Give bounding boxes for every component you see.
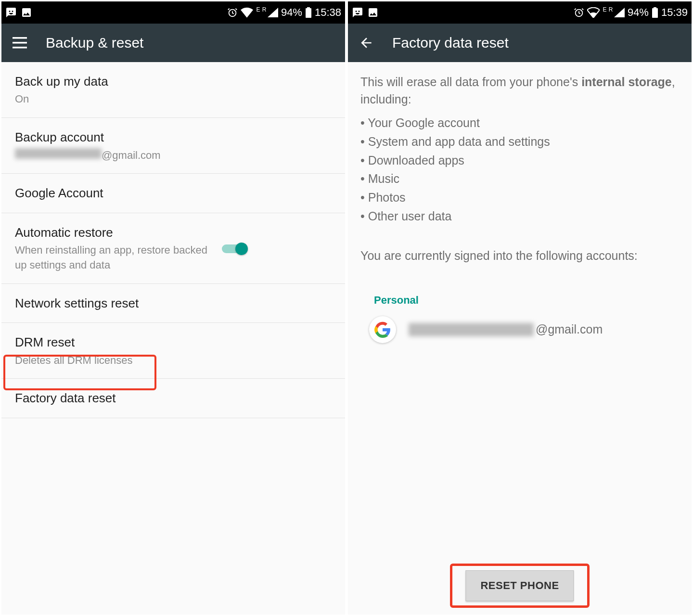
app-bar: Backup & reset [1, 24, 345, 62]
redacted-email-prefix: xxxxxxxxxxxx [409, 323, 534, 336]
phone-backup-reset: E R 94% 15:38 Backup & reset Back up my … [1, 1, 345, 615]
account-section-label: Personal [348, 264, 692, 307]
network-type-label: E R [603, 7, 613, 13]
page-title: Backup & reset [46, 35, 143, 51]
hamburger-menu-icon[interactable] [11, 34, 28, 51]
svg-rect-7 [652, 8, 658, 18]
clock: 15:39 [661, 6, 688, 19]
annotation-highlight [3, 355, 156, 390]
alarm-icon [574, 7, 584, 18]
status-bar: E R 94% 15:39 [348, 1, 692, 24]
signal-icon [268, 8, 278, 17]
item-sub: xxxxxxxx@gmail.com [15, 148, 332, 163]
status-bar: E R 94% 15:38 [1, 1, 345, 24]
svg-rect-1 [306, 8, 311, 18]
google-logo-icon [369, 316, 396, 343]
redacted-email-prefix: xxxxxxxx [15, 148, 102, 159]
erase-list: • Your Google account • System and app d… [348, 112, 692, 226]
svg-rect-4 [13, 42, 27, 44]
network-type-label: E R [256, 7, 267, 13]
item-title: Backup account [15, 128, 332, 146]
signal-icon [614, 8, 625, 17]
item-title: Automatic restore [15, 224, 222, 241]
phone-factory-reset: E R 94% 15:39 Factory data reset This wi… [348, 1, 692, 615]
app-bar: Factory data reset [348, 24, 692, 62]
intro-text: This will erase all data from your phone… [348, 62, 692, 112]
reset-phone-button[interactable]: RESET PHONE [465, 570, 574, 601]
account-row[interactable]: xxxxxxxxxxxx@gmail.com [348, 307, 692, 343]
account-email: xxxxxxxxxxxx@gmail.com [409, 322, 603, 336]
svg-rect-5 [13, 47, 27, 49]
item-title: Google Account [15, 184, 332, 202]
svg-rect-3 [13, 37, 27, 39]
item-google-account[interactable]: Google Account [1, 174, 345, 213]
item-title: DRM reset [15, 334, 332, 351]
battery-indicator: 94% [628, 6, 658, 19]
alarm-icon [227, 7, 238, 18]
wifi-icon [241, 7, 253, 18]
battery-percent: 94% [281, 6, 302, 19]
wifi-icon [587, 7, 600, 18]
clock: 15:38 [315, 6, 341, 19]
page-title: Factory data reset [392, 35, 509, 51]
chat-notification-icon [5, 7, 17, 18]
photo-notification-icon [21, 7, 32, 18]
item-sub: On [15, 92, 332, 107]
automatic-restore-switch[interactable] [222, 242, 248, 255]
item-backup-account[interactable]: Backup account xxxxxxxx@gmail.com [1, 118, 345, 174]
photo-notification-icon [367, 7, 379, 18]
item-title: Network settings reset [15, 295, 332, 312]
svg-rect-2 [307, 7, 310, 9]
item-title: Factory data reset [15, 389, 332, 407]
item-sub: When reinstalling an app, restore backed… [15, 243, 222, 273]
back-arrow-icon[interactable] [358, 34, 375, 51]
item-network-settings-reset[interactable]: Network settings reset [1, 284, 345, 323]
battery-indicator: 94% [281, 6, 312, 19]
settings-list: Back up my data On Backup account xxxxxx… [1, 62, 345, 615]
item-automatic-restore[interactable]: Automatic restore When reinstalling an a… [1, 213, 345, 284]
signed-in-label: You are currently signed into the follow… [348, 226, 692, 264]
chat-notification-icon [352, 7, 363, 18]
item-back-up-my-data[interactable]: Back up my data On [1, 62, 345, 118]
factory-reset-content: This will erase all data from your phone… [348, 62, 692, 615]
item-title: Back up my data [15, 73, 332, 90]
svg-rect-8 [654, 7, 656, 9]
battery-percent: 94% [628, 6, 649, 19]
